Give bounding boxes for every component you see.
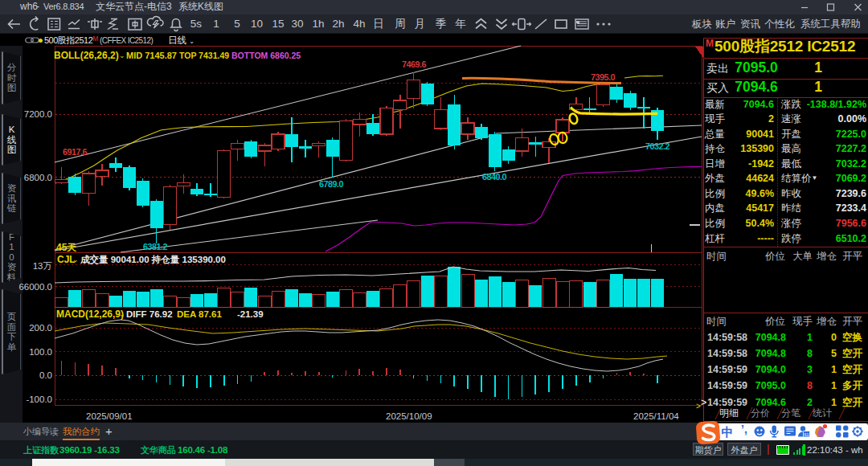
svg-text:100.0: 100.0	[29, 347, 52, 357]
svg-text:2025/09/01: 2025/09/01	[86, 411, 133, 421]
svg-text:⌄: ⌄	[72, 255, 79, 264]
svg-text:’,: ’,	[741, 423, 747, 435]
svg-text:7200.0: 7200.0	[24, 109, 52, 119]
svg-text:DIFF 76.92: DIFF 76.92	[126, 309, 173, 319]
svg-text:7395.0: 7395.0	[591, 72, 616, 82]
svg-text:6917.6: 6917.6	[63, 147, 88, 157]
svg-text:6789.0: 6789.0	[319, 179, 344, 189]
svg-text:中: 中	[722, 425, 734, 439]
svg-text:BOTTOM 6860.25: BOTTOM 6860.25	[231, 51, 301, 60]
svg-text:⌄: ⌄	[119, 51, 125, 59]
svg-text:66000.0: 66000.0	[18, 282, 52, 292]
svg-text:⌄: ⌄	[119, 310, 125, 318]
svg-text:TOP 7431.49: TOP 7431.49	[179, 51, 229, 60]
svg-text:6800.0: 6800.0	[24, 173, 52, 182]
svg-text:7032.2: 7032.2	[645, 141, 670, 151]
svg-text:2025/10/09: 2025/10/09	[386, 411, 432, 421]
svg-text:成交量 90041.00 持仓量 135390.00: 成交量 90041.00 持仓量 135390.00	[80, 254, 226, 265]
svg-text:45天: 45天	[56, 242, 76, 253]
svg-text:DEA 87.61: DEA 87.61	[177, 309, 222, 319]
svg-text:BOLL(26,26,2): BOLL(26,26,2)	[54, 50, 119, 61]
svg-text:6381.2: 6381.2	[143, 242, 168, 251]
svg-text:200.0: 200.0	[29, 323, 52, 333]
svg-text:0.0: 0.0	[39, 370, 52, 380]
svg-text:6840.0: 6840.0	[482, 172, 507, 182]
svg-text:61: 61	[804, 432, 809, 437]
svg-text:13万: 13万	[33, 261, 52, 271]
svg-text:MACD(12,26,9): MACD(12,26,9)	[56, 309, 124, 320]
svg-text:-100.0: -100.0	[26, 394, 52, 404]
svg-text:MID 7145.87: MID 7145.87	[126, 51, 177, 60]
svg-text:2025/11/04: 2025/11/04	[633, 411, 679, 421]
svg-text:7469.6: 7469.6	[402, 59, 427, 69]
svg-text:-21.39: -21.39	[237, 309, 264, 319]
